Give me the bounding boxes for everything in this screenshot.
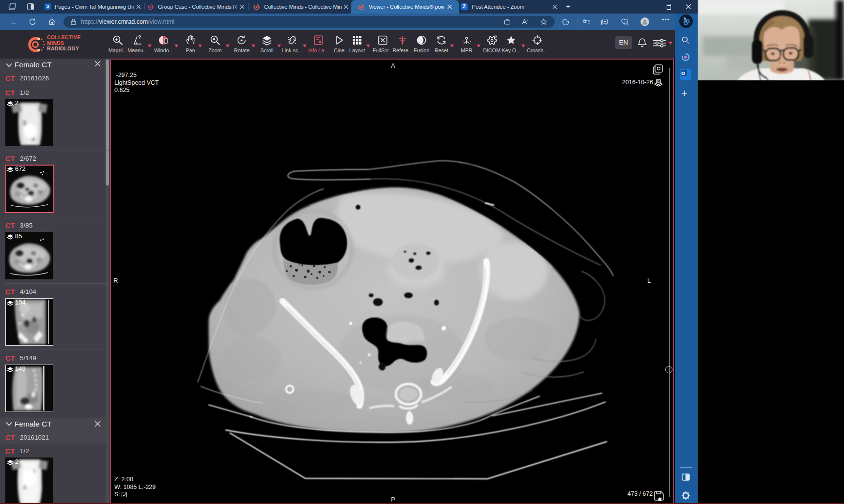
svg-text:?: ?	[138, 35, 141, 40]
svg-text:x: x	[470, 40, 471, 43]
svg-text:z: z	[462, 40, 464, 43]
